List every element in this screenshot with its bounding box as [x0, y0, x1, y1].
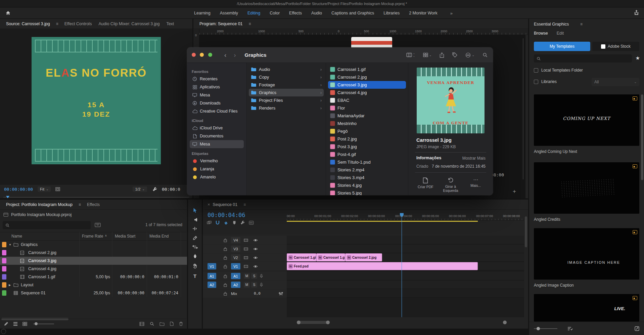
voiceover-mic-icon[interactable] [260, 283, 263, 287]
zoom-handle-left[interactable] [297, 321, 301, 324]
folder-row-project-files[interactable]: Project Files› [249, 96, 324, 104]
tab-effect-controls[interactable]: Effect Controls [61, 19, 95, 29]
track-select-tool[interactable] [192, 218, 198, 222]
file-row-selected[interactable]: Carrossel 3.jpg [328, 81, 406, 89]
column-header-name[interactable]: Name [11, 234, 22, 239]
file-row[interactable]: Carrossel 1.gif [328, 66, 406, 73]
track-header-a2[interactable]: A2 A2 M S [203, 281, 287, 289]
source-scrubber[interactable] [3, 196, 189, 198]
eye-icon[interactable] [253, 247, 258, 251]
timeline-ruler[interactable]: 00:00 00:00:01:00 00:00:02:00 00:00:03:0… [287, 213, 524, 220]
sidebar-item-icloud-drive[interactable]: iCloud Drive [190, 124, 244, 132]
track-header-v1[interactable]: V1 V1 [203, 262, 287, 270]
scrubber-track[interactable] [3, 197, 189, 198]
solo-button[interactable]: S [251, 273, 257, 279]
mute-button[interactable]: M [244, 282, 250, 288]
more-actions-button[interactable]: ⋯ Mais... [463, 177, 488, 193]
button-editor-plus-icon[interactable]: + [513, 188, 516, 195]
list-view-button[interactable] [13, 322, 18, 326]
label-color-chip[interactable] [2, 266, 6, 271]
workspace-tab-captions-and-graphics[interactable]: Captions and Graphics [327, 7, 378, 19]
sidebar-item-creative-cloud-files[interactable]: Creative Cloud Files [190, 107, 244, 115]
workspace-tab-libraries[interactable]: Libraries [379, 7, 404, 19]
source-patch-a2[interactable]: A2 [208, 282, 216, 288]
file-row[interactable]: Sem Título-1.psd [328, 158, 406, 166]
nest-toggle-icon[interactable] [207, 221, 212, 225]
writable-pencil-icon[interactable] [4, 322, 8, 326]
icon-view-button[interactable] [22, 322, 27, 326]
desktop-corner-icon[interactable] [1, 329, 6, 334]
track-label[interactable]: A1 [231, 273, 240, 279]
clear-trash-icon[interactable] [179, 322, 183, 326]
track-header-mix[interactable]: Mix 0,0 [203, 289, 287, 298]
captions-icon[interactable] [249, 221, 254, 225]
template-label[interactable]: Angled Credits [534, 217, 560, 222]
source-timecode[interactable]: 00:00:00:00 [4, 187, 33, 192]
lock-icon[interactable] [224, 238, 227, 242]
label-color-chip[interactable] [2, 274, 6, 280]
sidebar-item-tag-amarelo[interactable]: Amarelo [190, 173, 244, 181]
share-button[interactable] [440, 52, 444, 58]
panel-menu-icon[interactable]: ≡ [580, 22, 583, 27]
slider-knob[interactable] [537, 327, 540, 330]
mute-button[interactable]: M [244, 273, 250, 279]
sort-filter-icon[interactable] [567, 327, 573, 331]
lock-icon[interactable] [224, 247, 227, 251]
libraries-filter[interactable]: Libraries [534, 79, 557, 84]
column-header-media-start[interactable]: Media Start [115, 234, 135, 239]
selection-tool[interactable] [192, 208, 197, 213]
view-switcher-button[interactable]: ⌃⌄ [406, 53, 415, 57]
source-patch-v1[interactable]: V1 [208, 263, 216, 269]
file-row[interactable]: Stories 4.jpg [328, 181, 406, 189]
eye-icon[interactable] [253, 256, 258, 259]
close-window-button[interactable] [192, 53, 196, 57]
tab-source[interactable]: Source: Carrossel 3.jpg [3, 19, 53, 29]
timeline-scroll-knob[interactable] [503, 321, 507, 324]
panel-menu-icon[interactable]: ≡ [53, 22, 61, 26]
project-row-sequence01[interactable]: Sequence 01 25,00 fps 00:00:00:00 00:00:… [0, 289, 187, 297]
clip-carrossel1-gif-a[interactable]: fx Carrossel 1.gi [287, 253, 316, 261]
sidebar-item-mesa-icloud[interactable]: Mesa [190, 140, 244, 148]
column-header-media-end[interactable]: Media End [149, 234, 169, 239]
clip-carrossel2-jpg[interactable]: fx Carrossel 2.jpg [345, 253, 382, 261]
workspace-tab-2-monitor-work[interactable]: 2 Monitor Work [405, 7, 442, 19]
file-row[interactable]: Post 3.jpg [328, 143, 406, 151]
sidebar-item-tag-vermelho[interactable]: Vermelho [190, 157, 244, 165]
zoom-level-select[interactable]: Fit⌄ [38, 186, 51, 192]
file-row[interactable]: Stories 3.mp4 [328, 174, 406, 181]
folder-row-footage[interactable]: Footage› [249, 81, 324, 89]
minimize-window-button[interactable] [200, 53, 204, 57]
tab-sequence-01[interactable]: Sequence 01 [212, 200, 241, 210]
project-search-box[interactable] [3, 221, 91, 229]
track-header-v2[interactable]: V2 [203, 253, 287, 262]
panel-options-icon[interactable] [635, 326, 639, 331]
project-row-graphics[interactable]: ▼ Graphics [0, 241, 187, 249]
finder-search-button[interactable] [482, 52, 488, 57]
thumbnail-size-slider[interactable] [534, 328, 557, 329]
track-label[interactable]: V2 [231, 254, 240, 261]
eye-icon[interactable] [253, 265, 258, 268]
file-row[interactable]: Carrossel 2.jpg [328, 73, 406, 81]
label-color-chip[interactable] [2, 290, 6, 296]
voiceover-mic-icon[interactable] [260, 274, 263, 278]
sidebar-item-mesa-favorites[interactable]: Mesa [190, 91, 244, 99]
template-thumbnail-credits[interactable] [534, 162, 639, 214]
template-thumbnail-live[interactable]: LIVE. [534, 294, 639, 322]
panel-menu-icon[interactable]: ≡ [76, 202, 84, 207]
slip-tool[interactable] [192, 245, 198, 249]
track-lane-v4[interactable] [287, 236, 524, 244]
template-thumbnail-image-caption[interactable]: IMAGE CAPTION HERE [534, 228, 639, 280]
settings-wrench-icon[interactable] [152, 187, 157, 192]
zoom-handle-right[interactable] [326, 321, 330, 324]
track-output-icon[interactable] [244, 256, 248, 259]
project-row-carrossel2[interactable]: Carrossel 2.jpg [0, 249, 187, 257]
checkbox-icon[interactable] [534, 68, 538, 73]
template-thumbnail-coming-up-next[interactable]: COMING UP NEXT [534, 94, 639, 146]
tab-audio-clip-mixer[interactable]: Audio Clip Mixer: Carrossel 3.jpg [95, 19, 163, 29]
clip-feed-psd[interactable]: fx Feed.psd [287, 262, 478, 270]
track-label[interactable]: V4 [231, 237, 240, 243]
sidebar-item-documentos[interactable]: Documentos [190, 132, 244, 140]
file-row[interactable]: Carrossel 4.jpg [328, 89, 406, 96]
file-row[interactable]: Pegô [328, 127, 406, 135]
lock-icon[interactable] [224, 264, 227, 268]
